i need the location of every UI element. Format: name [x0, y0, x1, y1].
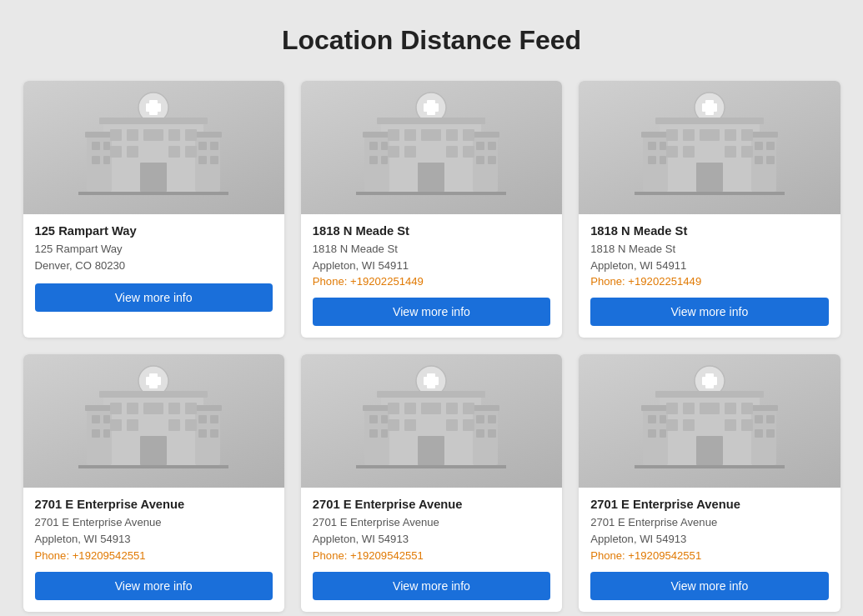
svg-rect-48	[446, 129, 458, 141]
view-more-info-button-3[interactable]: View more info	[590, 298, 828, 326]
svg-rect-67	[648, 156, 656, 164]
svg-rect-104	[168, 403, 180, 414]
svg-rect-75	[700, 129, 720, 141]
svg-rect-127	[476, 429, 484, 438]
svg-rect-38	[381, 142, 388, 150]
svg-rect-47	[421, 129, 441, 141]
svg-rect-118	[363, 405, 391, 411]
svg-rect-148	[750, 405, 778, 411]
view-more-info-button-6[interactable]: View more info	[590, 572, 828, 600]
svg-rect-97	[198, 415, 207, 423]
svg-rect-130	[404, 403, 416, 414]
card-body-1: 125 Rampart Way125 Rampart Way Denver, C…	[23, 214, 284, 323]
svg-rect-164	[725, 419, 736, 431]
card-image-6	[579, 354, 840, 488]
svg-rect-96	[103, 429, 110, 438]
svg-rect-158	[683, 403, 695, 414]
svg-rect-110	[140, 436, 167, 465]
card-body-6: 2701 E Enterprise Avenue2701 E Enterpris…	[579, 488, 840, 611]
svg-rect-20	[168, 129, 180, 141]
svg-rect-15	[198, 156, 207, 164]
svg-rect-74	[683, 129, 695, 141]
svg-rect-43	[476, 156, 484, 164]
svg-rect-131	[421, 403, 441, 414]
svg-rect-139	[356, 465, 506, 468]
svg-rect-82	[696, 163, 723, 192]
svg-rect-98	[210, 415, 218, 423]
svg-rect-125	[476, 415, 484, 423]
location-card-5: 2701 E Enterprise Avenue2701 E Enterpris…	[301, 354, 562, 611]
svg-rect-161	[741, 403, 753, 414]
svg-rect-137	[463, 419, 474, 431]
svg-rect-40	[381, 156, 388, 164]
svg-rect-132	[446, 403, 458, 414]
svg-rect-129	[388, 403, 399, 414]
svg-rect-80	[725, 146, 736, 158]
svg-rect-78	[666, 146, 678, 158]
card-title-4: 2701 E Enterprise Avenue	[35, 498, 273, 511]
view-more-info-button-4[interactable]: View more info	[35, 572, 273, 600]
svg-rect-128	[488, 429, 496, 438]
view-more-info-button-1[interactable]: View more info	[35, 283, 273, 312]
svg-rect-62	[641, 132, 670, 138]
svg-rect-149	[648, 415, 656, 423]
svg-rect-79	[683, 146, 695, 158]
svg-rect-10	[103, 142, 110, 150]
svg-rect-88	[99, 391, 208, 398]
svg-rect-44	[488, 156, 496, 164]
svg-rect-46	[404, 129, 416, 141]
svg-rect-19	[143, 129, 163, 141]
svg-rect-54	[418, 163, 444, 192]
svg-rect-83	[635, 192, 785, 195]
card-address-2: 1818 N Meade St Appleton, WI 54911	[313, 241, 550, 273]
svg-rect-133	[463, 403, 474, 414]
svg-rect-107	[127, 419, 138, 431]
card-address-3: 1818 N Meade St Appleton, WI 54911	[590, 241, 828, 273]
card-address-1: 125 Rampart Way Denver, CO 80230	[35, 241, 273, 273]
view-more-info-button-5[interactable]: View more info	[313, 572, 550, 600]
card-phone-4: Phone: +19209542551	[35, 549, 273, 562]
view-more-info-button-2[interactable]: View more info	[313, 298, 550, 326]
svg-rect-108	[168, 419, 180, 431]
svg-rect-90	[85, 405, 113, 411]
svg-rect-150	[660, 415, 666, 423]
svg-rect-68	[660, 156, 666, 164]
svg-rect-52	[446, 146, 458, 158]
svg-rect-92	[193, 405, 222, 411]
location-card-2: 1818 N Meade St1818 N Meade St Appleton,…	[301, 81, 562, 338]
svg-rect-12	[103, 156, 110, 164]
card-phone-2: Phone: +19202251449	[313, 275, 550, 288]
svg-rect-71	[755, 156, 763, 164]
card-body-4: 2701 E Enterprise Avenue2701 E Enterpris…	[23, 488, 284, 611]
card-body-3: 1818 N Meade St1818 N Meade St Appleton,…	[579, 214, 840, 338]
svg-rect-114	[424, 377, 439, 385]
svg-rect-18	[127, 129, 138, 141]
card-address-5: 2701 E Enterprise Avenue Appleton, WI 54…	[313, 514, 550, 547]
svg-rect-11	[92, 156, 100, 164]
svg-rect-166	[696, 436, 723, 465]
svg-rect-24	[168, 146, 180, 158]
svg-rect-69	[755, 142, 763, 150]
svg-rect-25	[185, 146, 197, 158]
svg-rect-154	[766, 415, 775, 423]
svg-rect-142	[702, 377, 717, 385]
svg-rect-134	[388, 419, 399, 431]
card-title-2: 1818 N Meade St	[313, 224, 550, 238]
svg-rect-51	[404, 146, 416, 158]
svg-rect-120	[471, 405, 499, 411]
svg-rect-162	[666, 419, 678, 431]
location-card-6: 2701 E Enterprise Avenue2701 E Enterpris…	[579, 354, 840, 611]
svg-rect-126	[488, 415, 496, 423]
card-image-5	[301, 354, 562, 488]
svg-rect-106	[110, 419, 122, 431]
svg-rect-165	[741, 419, 753, 431]
svg-rect-105	[185, 403, 197, 414]
svg-rect-121	[369, 415, 378, 423]
svg-rect-60	[655, 118, 764, 124]
svg-rect-72	[766, 156, 775, 164]
svg-rect-81	[741, 146, 753, 158]
svg-rect-39	[369, 156, 378, 164]
card-title-1: 125 Rampart Way	[35, 224, 273, 238]
card-body-2: 1818 N Meade St1818 N Meade St Appleton,…	[301, 214, 562, 338]
svg-rect-167	[635, 465, 785, 468]
